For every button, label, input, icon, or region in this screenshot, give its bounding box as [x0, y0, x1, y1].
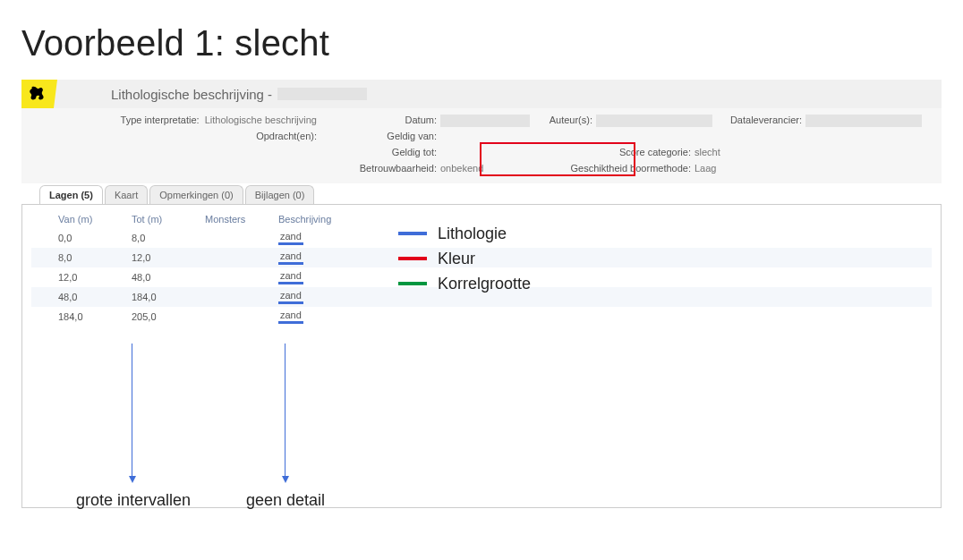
meta-label-type: Type interpretatie: — [121, 115, 200, 125]
cell-besch: zand — [273, 267, 355, 287]
annotation-intervallen: grote intervallen — [76, 491, 191, 510]
legend-korrelgrootte: Korrelgrootte — [438, 271, 531, 296]
meta-label-auteur: Auteur(s): — [550, 115, 592, 125]
tab-lagen[interactable]: Lagen (5) — [39, 185, 103, 204]
meta-label-datum: Datum: — [405, 115, 437, 125]
legend: Lithologie Kleur Korrelgrootte — [398, 221, 531, 296]
cell-tot: 12,0 — [126, 248, 200, 267]
app-title: Lithologische beschrijving - — [111, 87, 277, 102]
cell-tot: 184,0 — [126, 287, 200, 307]
legend-kleur: Kleur — [438, 246, 475, 271]
cell-mon — [200, 287, 273, 307]
cell-van: 8,0 — [31, 248, 126, 267]
cell-besch: zand — [273, 287, 355, 307]
layers-panel: Van (m) Tot (m) Monsters Beschrijving 0,… — [21, 204, 942, 508]
cell-mon — [200, 307, 273, 327]
cell-tot: 205,0 — [126, 307, 200, 327]
redacted-auteur — [596, 115, 712, 127]
meta-label-datalev: Dataleverancier: — [730, 115, 802, 125]
redacted-datalev — [805, 115, 922, 127]
cell-mon — [200, 228, 273, 248]
meta-label-score: Score categorie: — [619, 147, 691, 157]
th-van[interactable]: Van (m) — [31, 210, 126, 228]
meta-value-type: Lithologische beschrijving — [205, 115, 317, 125]
annotation-detail: geen detail — [246, 491, 325, 510]
arrow-detail — [285, 344, 285, 478]
tab-opmerkingen[interactable]: Opmerkingen (0) — [149, 185, 243, 204]
tab-kaart[interactable]: Kaart — [105, 185, 148, 204]
cell-tot: 48,0 — [126, 267, 200, 287]
arrow-intervallen — [132, 344, 132, 478]
swatch-lithologie — [398, 232, 427, 235]
meta-value-score: slecht — [695, 147, 720, 157]
redacted-datum — [440, 115, 530, 127]
cell-van: 184,0 — [31, 307, 126, 327]
meta-label-gesch: Geschiktheid boormethode: — [570, 163, 691, 174]
redacted-title — [277, 88, 367, 100]
meta-label-betrouw: Betrouwbaarheid: — [360, 163, 437, 174]
slide-title: Voorbeeld 1: slecht — [21, 23, 942, 64]
cell-van: 0,0 — [31, 228, 126, 248]
cell-besch: zand — [273, 228, 355, 248]
swatch-kleur — [398, 257, 427, 260]
meta-value-gesch: Laag — [695, 163, 716, 174]
legend-lithologie: Lithologie — [438, 221, 507, 246]
th-besch[interactable]: Beschrijving — [273, 210, 355, 228]
tab-bijlagen[interactable]: Bijlagen (0) — [245, 185, 315, 204]
meta-value-betrouw: onbekend — [440, 163, 483, 174]
cell-besch: zand — [273, 248, 355, 267]
meta-label-opdracht: Opdracht(en): — [256, 131, 317, 141]
cell-mon — [200, 248, 273, 267]
meta-label-geldigtot: Geldig tot: — [392, 147, 437, 157]
table-row[interactable]: 184,0205,0zand — [31, 307, 932, 327]
swatch-korrelgrootte — [398, 282, 427, 285]
app-screenshot: Lithologische beschrijving - Type interp… — [21, 80, 942, 508]
th-mon[interactable]: Monsters — [200, 210, 273, 228]
cell-tot: 8,0 — [126, 228, 200, 248]
th-tot[interactable]: Tot (m) — [126, 210, 200, 228]
meta-label-geldigvan: Geldig van: — [387, 131, 437, 141]
tabs-bar: Lagen (5) Kaart Opmerkingen (0) Bijlagen… — [39, 185, 942, 204]
flanders-lion-logo — [21, 80, 57, 108]
metadata-block: Type interpretatie: Lithologische beschr… — [21, 108, 942, 183]
cell-van: 12,0 — [31, 267, 126, 287]
cell-van: 48,0 — [31, 287, 126, 307]
cell-besch: zand — [273, 307, 355, 327]
cell-mon — [200, 267, 273, 287]
lion-icon — [30, 84, 49, 104]
